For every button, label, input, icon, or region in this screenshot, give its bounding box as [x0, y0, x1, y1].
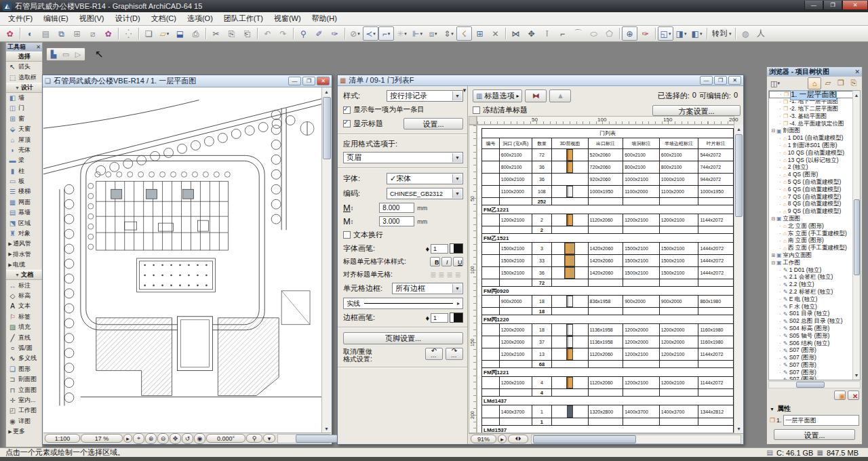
selection-rect-icon[interactable]: ▭ — [60, 49, 72, 60]
tree-item[interactable]: ·✎2.2 (独立) — [769, 281, 860, 289]
suspend-groups-icon[interactable]: ⊘▾ — [347, 26, 363, 41]
tool-文本[interactable]: A文本 — [6, 301, 42, 311]
tool-详图[interactable]: ◉详图 — [6, 416, 42, 426]
cursor-snap-icon[interactable]: ⌐▾ — [378, 26, 394, 41]
tree-item[interactable]: ·❐-4. 总平面建筑定位图 — [769, 120, 860, 127]
freeze-header-checkbox[interactable] — [473, 106, 480, 114]
table-row[interactable]: 1100x20001081000x19501100x20001100x20001… — [482, 186, 734, 198]
close-button[interactable]: ✕ — [842, 1, 868, 10]
fp-minimize-button[interactable]: — — [288, 77, 301, 85]
intersect-icon[interactable]: ⌐ — [555, 26, 570, 41]
tree-item[interactable]: ·⌂南 立面 (图形) — [769, 237, 860, 245]
tool-标高[interactable]: ◇标高 — [6, 291, 42, 301]
fillet-icon[interactable]: ⌒ — [570, 26, 586, 41]
floorplan-canvas[interactable] — [43, 87, 323, 433]
tree-item[interactable]: ·❐-3. 基础平面图 — [769, 113, 860, 120]
open-file-icon[interactable]: ▱▾ — [157, 26, 172, 41]
group-row[interactable]: FM丙1221 — [482, 368, 734, 377]
tree-item[interactable]: ⊟▣剖面图 — [769, 127, 860, 135]
project-chooser-icon[interactable]: ◫▾ — [769, 78, 781, 89]
floorplan-titlebar[interactable]: ❏ 石管局武威办公楼VBE-R14 / 1. 一层平面图 — ❐ ✕ — [43, 75, 332, 87]
table-row[interactable]: 1500x2100361420x20601500x21001500x210014… — [482, 267, 734, 279]
copy-icon[interactable]: ⎘ — [224, 26, 239, 41]
collapse-node-icon[interactable]: ⊟ — [770, 128, 776, 134]
orbit-icon[interactable]: ↺ — [182, 433, 193, 444]
table-row[interactable]: 1200x2000371136x19581200x20001200x200011… — [482, 336, 734, 348]
tree-hscrollbar[interactable] — [768, 381, 861, 388]
rotation-control[interactable]: 0.000° — [206, 434, 245, 443]
table-row[interactable]: 800x210036720x2060800x2100800x2100744x20… — [482, 161, 734, 174]
line-type-select[interactable]: 实线▸ — [343, 298, 463, 309]
tool-室内...[interactable]: ✛室内... — [6, 395, 42, 405]
menu-item[interactable]: 设计(D) — [109, 12, 145, 25]
tree-item[interactable]: ·⌂13 QS (以标记独立) — [769, 157, 860, 164]
previous-zoom-icon[interactable]: ⚲ — [246, 434, 262, 443]
tool-更多[interactable]: ▶更多 — [6, 426, 42, 437]
tree-item[interactable]: ·⌂2 (独立) — [769, 164, 860, 172]
table-row[interactable]: 1200x210021120x20601200x21001200x2100114… — [482, 214, 734, 226]
teamwork-share-icon[interactable]: ▤ — [38, 26, 54, 41]
schedule-vscrollbar[interactable]: ▲ ▼ — [734, 125, 743, 433]
toolbox-section-设计[interactable]: ▼设计 — [6, 83, 42, 93]
table-row[interactable]: 1200x210041120x20601200x21001200x2100114… — [482, 377, 734, 389]
tool-网面[interactable]: ▦网面 — [6, 197, 42, 207]
tree-item[interactable]: ·⌂北 立面 (图形) — [769, 222, 860, 230]
tree-item[interactable]: ·✎E 电 (独立) — [769, 296, 860, 303]
merge-cells-icon[interactable]: ⧓ — [525, 89, 547, 102]
navigator-close-icon[interactable]: ✕ — [854, 68, 860, 75]
new-viewpoint-button[interactable]: ▣ — [834, 390, 846, 400]
menu-item[interactable]: 视图(V) — [74, 12, 110, 25]
marquee-mode-icon[interactable]: ▙ — [47, 49, 60, 60]
tree-item[interactable]: ·⌂西 立面 (手工重建模型) — [769, 245, 860, 252]
toolbox-section-文档[interactable]: ▼文档 — [6, 270, 42, 280]
menu-item[interactable]: 编辑(E) — [38, 12, 74, 25]
zoom-flyout[interactable]: ▸ — [123, 434, 132, 443]
find-select-icon[interactable]: ⚲ — [296, 26, 311, 41]
schedule-zoom-control[interactable]: 91% — [471, 435, 496, 443]
layout-book-icon[interactable]: ❐ — [835, 77, 847, 88]
tool-墙[interactable]: ◧墙 — [6, 93, 42, 103]
tree-item[interactable]: ·✎S07 (图形) — [769, 361, 860, 369]
tree-item[interactable]: ⊟▣工作图 — [769, 259, 860, 266]
group-row[interactable]: LMd1537 — [482, 426, 734, 434]
tree-item[interactable]: ·✎S07 (图形) — [769, 347, 860, 355]
tree-item[interactable]: ·✎S07 (图形) — [769, 369, 860, 376]
tree-item[interactable]: ·✎2.2 标签栏 (独立) — [769, 289, 860, 296]
walkthrough-icon[interactable]: 人 — [753, 26, 769, 41]
schedule-table-area[interactable]: 门列表编号洞口 (宽x高)数量3D前视图出口标注墙洞标注半墙边框标注叶片标注60… — [477, 125, 734, 433]
quick-view-icon[interactable]: ◱▾ — [658, 26, 673, 41]
tree-item[interactable]: ·✎S01 目录 (独立) — [769, 310, 860, 318]
resize-icon[interactable]: ⬭ — [586, 26, 601, 41]
snap-grid-icon[interactable]: ✳▾ — [394, 26, 410, 41]
tool-对象[interactable]: ♜对象 — [6, 228, 42, 239]
renovation-filter-icon[interactable]: ⊕ — [622, 26, 637, 41]
schedule-titlebar[interactable]: ▦ 清单 / 09-1 门列表F — ❐ ✕ — [338, 75, 743, 86]
tree-item[interactable]: ·✎S04 标高 (图形) — [769, 325, 860, 333]
collapse-properties-icon[interactable]: ▼ — [770, 407, 774, 412]
redo-icon[interactable]: ↷ — [275, 26, 291, 41]
tree-item[interactable]: ·✎S02 总图 目录 (独立) — [769, 318, 860, 325]
group-row[interactable]: FM乙1521 — [482, 234, 734, 243]
scale-icon[interactable]: ⇕▾ — [441, 26, 456, 41]
table-row[interactable]: 1200x2000181136x19581200x20001200x200011… — [482, 324, 734, 336]
table-row[interactable]: 1500x2100331420x20601500x21001500x210014… — [482, 255, 734, 267]
font-pen-input[interactable]: 1 — [431, 244, 448, 254]
tool-柱[interactable]: ▮柱 — [6, 166, 42, 176]
favorites-icon[interactable]: ☇ — [456, 26, 472, 41]
tool-幕墙[interactable]: ▤幕墙 — [6, 207, 42, 218]
menu-item[interactable]: 文件(F) — [3, 12, 38, 25]
toolbox-header[interactable]: 工具箱 ✕ — [6, 43, 42, 52]
style-select[interactable]: 按行排记录▼ — [387, 90, 463, 102]
tool-门[interactable]: ◫门 — [6, 103, 42, 113]
publisher-icon[interactable]: ⎘ — [848, 77, 860, 88]
save-file-icon[interactable]: ⬓ — [172, 26, 188, 41]
navigator-titlebar[interactable]: 浏览器 - 项目树状图 ✕ — [767, 67, 862, 77]
fp-close-button[interactable]: ✕ — [317, 77, 330, 85]
toolbox-section-选择[interactable]: 选择 — [6, 52, 42, 62]
goto-dropdown[interactable]: 转到▾ — [709, 26, 733, 41]
headline-settings-button[interactable]: 设置... — [403, 118, 463, 129]
table-row[interactable]: 1200x2100131120x20601200x21001200x210011… — [482, 348, 734, 361]
minimize-button[interactable]: — — [804, 1, 823, 10]
tree-item[interactable]: ·✎S05 轴号 (图形) — [769, 332, 860, 340]
text-wrap-checkbox[interactable] — [343, 231, 351, 239]
